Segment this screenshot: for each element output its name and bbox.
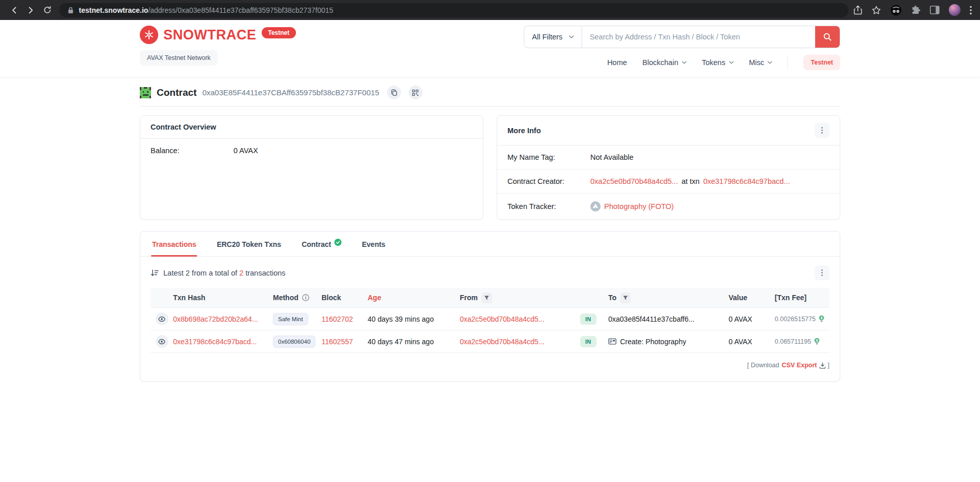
bookmark-star-icon[interactable] bbox=[871, 6, 881, 15]
share-icon[interactable] bbox=[854, 5, 862, 15]
network-pill: AVAX Testnet Network bbox=[140, 50, 218, 66]
more-info-menu-button[interactable] bbox=[815, 123, 829, 138]
download-suffix: ] bbox=[828, 362, 829, 369]
browser-chrome: testnet.snowtrace.io/address/0xa03e85f44… bbox=[0, 0, 980, 20]
screen: testnet.snowtrace.io/address/0xa03e85f44… bbox=[0, 0, 980, 482]
kebab-menu-icon bbox=[821, 269, 823, 276]
nav-misc[interactable]: Misc bbox=[749, 58, 773, 67]
block-link[interactable]: 11602557 bbox=[322, 338, 353, 346]
to-address: Create: Photography bbox=[620, 338, 686, 346]
summary-count: 2 bbox=[239, 269, 243, 277]
col-value: Value bbox=[729, 294, 775, 302]
from-address-link[interactable]: 0xa2c5e0bd70b48a4cd5... bbox=[460, 338, 544, 346]
transactions-panel: Transactions ERC20 Token Txns Contract E… bbox=[140, 231, 840, 382]
from-address-link[interactable]: 0xa2c5e0bd70b48a4cd5... bbox=[460, 315, 544, 323]
search-icon bbox=[823, 33, 832, 41]
url-bar[interactable]: testnet.snowtrace.io/address/0xa03e85f44… bbox=[59, 3, 848, 17]
csv-export-link[interactable]: CSV Export bbox=[782, 362, 817, 369]
extensions-puzzle-icon[interactable] bbox=[911, 5, 921, 15]
copy-icon bbox=[391, 89, 397, 96]
txn-value: 0 AVAX bbox=[729, 315, 775, 323]
browser-profile-avatar[interactable] bbox=[949, 4, 961, 16]
browser-menu-icon[interactable] bbox=[970, 6, 972, 15]
tab-contract[interactable]: Contract bbox=[301, 232, 343, 256]
direction-badge: IN bbox=[580, 313, 596, 325]
from-filter-button[interactable] bbox=[481, 292, 492, 303]
url-text: testnet.snowtrace.io/address/0xa03e85f44… bbox=[79, 6, 333, 14]
download-prefix: [ Download bbox=[747, 362, 779, 369]
nav-tokens[interactable]: Tokens bbox=[702, 58, 734, 67]
balance-value: 0 AVAX bbox=[233, 146, 258, 155]
txn-preview-button[interactable] bbox=[156, 335, 168, 348]
overview-card-title: Contract Overview bbox=[151, 123, 216, 131]
contract-overview-card: Contract Overview Balance: 0 AVAX bbox=[140, 115, 483, 220]
tab-events[interactable]: Events bbox=[361, 232, 387, 256]
txn-fee: 0.0026515775 bbox=[775, 316, 816, 323]
brand-name: SNOWTRACE bbox=[163, 26, 257, 44]
creator-txn-link[interactable]: 0xe31798c6c84c97bacd... bbox=[703, 177, 790, 185]
back-button[interactable] bbox=[6, 3, 23, 18]
tab-erc20-token-txns[interactable]: ERC20 Token Txns bbox=[216, 232, 282, 256]
browser-toolbar-right bbox=[854, 4, 974, 16]
site-header: SNOWTRACE Testnet AVAX Testnet Network A… bbox=[0, 20, 980, 77]
sort-icon bbox=[151, 269, 159, 277]
col-to: To bbox=[608, 294, 616, 302]
copy-address-button[interactable] bbox=[387, 86, 401, 99]
nav-home[interactable]: Home bbox=[607, 58, 627, 67]
contract-identicon bbox=[140, 87, 151, 98]
eye-icon bbox=[158, 339, 165, 345]
back-icon bbox=[10, 6, 19, 15]
info-icon[interactable] bbox=[302, 294, 309, 301]
block-link[interactable]: 11602702 bbox=[322, 315, 353, 323]
search-filter-dropdown[interactable]: All Filters bbox=[524, 26, 582, 48]
table-row: 0xe31798c6c84c97bacd... 0x60806040 11602… bbox=[151, 330, 829, 352]
tab-transactions[interactable]: Transactions bbox=[151, 232, 197, 256]
reload-icon bbox=[43, 6, 52, 14]
brand[interactable]: SNOWTRACE Testnet bbox=[140, 26, 296, 44]
url-path: /address/0xa03e85f4411e37cbaff635975bf38… bbox=[148, 6, 333, 14]
chevron-down-icon bbox=[768, 61, 772, 64]
testnet-network-button[interactable]: Testnet bbox=[803, 55, 840, 70]
chevron-down-icon bbox=[682, 61, 687, 64]
summary-suffix: transactions bbox=[245, 269, 285, 277]
txn-preview-button[interactable] bbox=[156, 312, 168, 325]
token-logo-icon bbox=[590, 201, 601, 212]
search-button[interactable] bbox=[815, 26, 840, 48]
nav-divider bbox=[787, 56, 788, 69]
direction-badge: IN bbox=[580, 336, 596, 347]
txn-value: 0 AVAX bbox=[729, 338, 775, 346]
eye-icon bbox=[158, 316, 165, 322]
at-txn-text: at txn bbox=[681, 177, 699, 185]
download-icon bbox=[819, 362, 826, 369]
txn-hash-link[interactable]: 0xe31798c6c84c97bacd... bbox=[173, 338, 257, 346]
forward-button[interactable] bbox=[23, 3, 39, 18]
balance-row: Balance: 0 AVAX bbox=[140, 139, 483, 162]
balance-label: Balance: bbox=[151, 146, 233, 155]
creator-address-link[interactable]: 0xa2c5e0bd70b48a4cd5... bbox=[590, 177, 678, 185]
table-header-row: Txn Hash Method Block Age From To Value … bbox=[151, 288, 829, 307]
txn-age: 40 days 47 mins ago bbox=[368, 338, 434, 346]
search-input[interactable] bbox=[582, 26, 815, 48]
name-tag-label: My Name Tag: bbox=[507, 153, 590, 161]
nav-blockchain[interactable]: Blockchain bbox=[643, 58, 687, 67]
qrcode-icon bbox=[412, 90, 418, 96]
gas-bulb-icon: $ bbox=[814, 338, 820, 345]
snowtrace-logo-icon bbox=[140, 26, 158, 44]
url-host: testnet.snowtrace.io bbox=[79, 6, 148, 14]
col-age-toggle[interactable]: Age bbox=[368, 294, 381, 302]
col-method: Method bbox=[273, 294, 299, 302]
col-txn-fee: [Txn Fee] bbox=[775, 294, 829, 302]
reload-button[interactable] bbox=[39, 3, 55, 18]
token-tracker-link[interactable]: Photography (FOTO) bbox=[604, 202, 674, 211]
more-info-card: More Info My Name Tag: Not Available Con… bbox=[497, 115, 840, 220]
txn-hash-link[interactable]: 0x8b698ac72bd20b2a64... bbox=[173, 315, 258, 323]
to-filter-button[interactable] bbox=[620, 292, 631, 303]
main-nav: Home Blockchain Tokens Misc Testnet bbox=[607, 55, 840, 70]
qrcode-button[interactable] bbox=[409, 86, 422, 99]
owl-extension-icon[interactable] bbox=[890, 5, 902, 16]
txns-menu-button[interactable] bbox=[815, 265, 829, 280]
sidebar-panel-icon[interactable] bbox=[930, 6, 940, 14]
contract-creation-icon bbox=[608, 338, 616, 345]
contract-creator-value: 0xa2c5e0bd70b48a4cd5... at txn 0xe31798c… bbox=[590, 177, 790, 185]
tabbar: Transactions ERC20 Token Txns Contract E… bbox=[140, 232, 840, 257]
